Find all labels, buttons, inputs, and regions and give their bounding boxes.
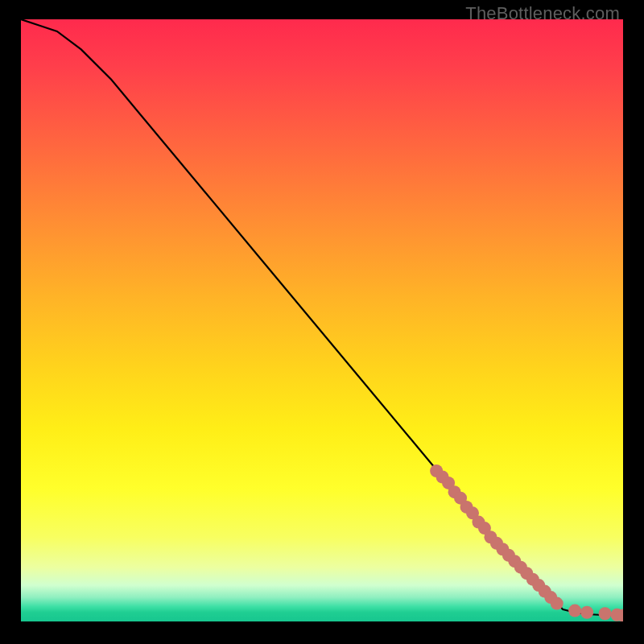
data-marker <box>484 530 497 543</box>
data-marker <box>532 579 545 592</box>
data-marker <box>617 609 623 621</box>
chart-frame: TheBottleneck.com <box>0 0 644 644</box>
chart-overlay <box>21 19 623 621</box>
data-marker <box>478 522 491 535</box>
data-marker <box>430 464 443 477</box>
attribution-text: TheBottleneck.com <box>465 3 620 24</box>
data-marker <box>490 537 503 550</box>
data-marker <box>551 597 564 610</box>
data-marker <box>502 549 515 562</box>
data-marker <box>520 567 533 580</box>
data-marker <box>514 561 527 574</box>
data-marker <box>580 606 593 619</box>
data-marker <box>442 477 455 489</box>
data-marker <box>539 585 551 598</box>
data-marker <box>496 543 509 555</box>
data-marker <box>460 501 473 514</box>
data-marker <box>526 573 539 586</box>
curve-line <box>21 19 623 616</box>
data-marker <box>599 607 612 620</box>
data-marker <box>508 555 521 568</box>
data-marker <box>611 609 623 621</box>
marker-group <box>430 464 623 621</box>
data-marker <box>448 485 461 498</box>
data-marker <box>472 516 485 529</box>
data-marker <box>568 605 581 617</box>
data-marker <box>544 591 557 604</box>
data-marker <box>436 470 449 483</box>
data-marker <box>454 492 467 505</box>
data-marker <box>466 506 479 519</box>
plot-area <box>21 19 623 621</box>
